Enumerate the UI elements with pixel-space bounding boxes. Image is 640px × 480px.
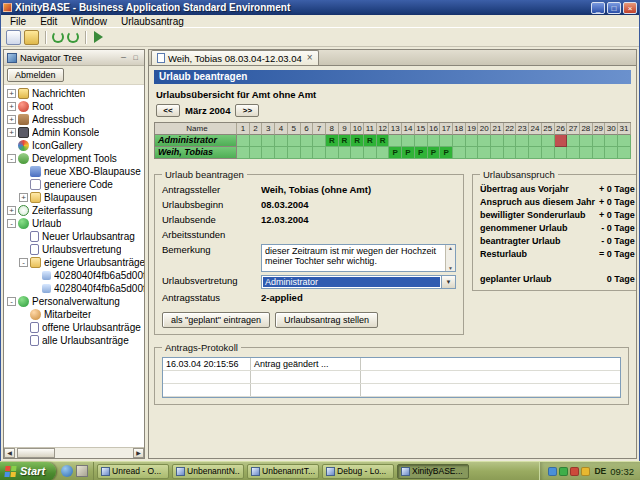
calendar-cell[interactable] xyxy=(301,135,314,147)
tree-collapse-icon[interactable]: - xyxy=(7,297,16,306)
calendar-cell[interactable] xyxy=(567,147,580,159)
plan-button[interactable]: als "geplant" eintragen xyxy=(162,312,270,328)
tree-item-zeiterfassung[interactable]: +Zeiterfassung xyxy=(4,204,144,217)
scroll-down-icon[interactable]: ▼ xyxy=(448,265,453,271)
calendar-cell[interactable] xyxy=(313,135,326,147)
calendar-cell[interactable] xyxy=(516,147,529,159)
calendar-cell[interactable] xyxy=(542,147,555,159)
menu-urlaubsantrag[interactable]: Urlaubsantrag xyxy=(114,15,191,28)
scroll-up-icon[interactable]: ▲ xyxy=(448,245,453,251)
urlaubsbeginn-value[interactable]: 08.03.2004 xyxy=(261,199,456,211)
calendar-cell[interactable] xyxy=(593,135,606,147)
calendar-cell[interactable] xyxy=(466,147,479,159)
calendar-cell[interactable] xyxy=(555,135,568,147)
abmelden-button[interactable]: Abmelden xyxy=(7,68,64,82)
tree-item-mitarbeiter[interactable]: Mitarbeiter xyxy=(4,308,144,321)
calendar-cell[interactable]: R xyxy=(339,135,352,147)
tab-urlaubsantrag[interactable]: Weih, Tobias 08.03.04-12.03.04 × xyxy=(151,50,319,65)
title-bar[interactable]: XinityBASE - Business Application Standa… xyxy=(1,0,639,15)
next-month-button[interactable]: >> xyxy=(235,104,259,117)
calendar-cell[interactable]: P xyxy=(402,147,415,159)
calendar-cell[interactable] xyxy=(580,135,593,147)
calendar-cell[interactable] xyxy=(250,135,263,147)
start-button[interactable]: Start xyxy=(0,462,56,480)
calendar-cell[interactable] xyxy=(377,147,390,159)
calendar-cell[interactable] xyxy=(516,135,529,147)
calendar-cell[interactable] xyxy=(275,147,288,159)
tree-collapse-icon[interactable]: - xyxy=(7,219,16,228)
tree-expand-icon[interactable]: + xyxy=(19,193,28,202)
calendar-cell[interactable] xyxy=(605,147,618,159)
calendar-cell[interactable] xyxy=(364,147,377,159)
calendar-cell[interactable]: R xyxy=(364,135,377,147)
tree-collapse-icon[interactable]: - xyxy=(19,258,28,267)
tab-close-icon[interactable]: × xyxy=(305,53,313,63)
calendar-cell[interactable] xyxy=(301,147,314,159)
taskbar-button-unread-o[interactable]: Unread - O... xyxy=(97,464,169,479)
close-button[interactable]: × xyxy=(623,2,637,14)
update-icon[interactable] xyxy=(581,467,590,476)
maximize-button[interactable]: □ xyxy=(607,2,621,14)
mail-icon[interactable] xyxy=(24,30,39,45)
tree-item-personalverwaltung[interactable]: -Personalverwaltung xyxy=(4,295,144,308)
show-desktop-icon[interactable] xyxy=(76,465,88,477)
tree-item-4028040f4fb6a5d00fb6496[interactable]: 4028040f4fb6a5d00fb6496... xyxy=(4,282,144,295)
network-icon[interactable] xyxy=(559,467,568,476)
minimize-button[interactable]: _ xyxy=(591,2,605,14)
refresh-icon[interactable] xyxy=(52,31,64,43)
view-minimize-icon[interactable]: ─ xyxy=(118,52,129,63)
tree-collapse-icon[interactable]: - xyxy=(7,154,16,163)
calendar-cell[interactable] xyxy=(288,135,301,147)
submit-button[interactable]: Urlaubsantrag stellen xyxy=(275,312,378,328)
urlaubsende-value[interactable]: 12.03.2004 xyxy=(261,214,456,226)
calendar-cell[interactable] xyxy=(453,135,466,147)
calendar-cell[interactable] xyxy=(618,147,631,159)
tree-item-offene-urlaubsantr-ge[interactable]: offene Urlaubsanträge xyxy=(4,321,144,334)
calendar-cell[interactable] xyxy=(326,147,339,159)
taskbar-button-debug-lo[interactable]: Debug - Lo... xyxy=(322,464,394,479)
calendar-cell[interactable]: R xyxy=(326,135,339,147)
calendar-cell[interactable] xyxy=(555,147,568,159)
calendar-cell[interactable] xyxy=(402,135,415,147)
protokoll-row[interactable]: 16.03.04 20:15:56Antrag geändert ... xyxy=(163,358,620,371)
calendar-cell[interactable] xyxy=(491,147,504,159)
calendar-cell[interactable]: P xyxy=(389,147,402,159)
scrollbar-track[interactable] xyxy=(15,448,133,458)
browser-icon[interactable] xyxy=(61,465,73,477)
taskbar-button-xinitybase[interactable]: XinityBASE... xyxy=(397,464,469,479)
menu-file[interactable]: File xyxy=(3,15,33,28)
calendar-cell[interactable] xyxy=(262,135,275,147)
calendar-cell[interactable]: R xyxy=(351,135,364,147)
tree-item-eigene-urlaubsantr-ge[interactable]: -eigene Urlaubsanträge xyxy=(4,256,144,269)
calendar-cell[interactable] xyxy=(529,147,542,159)
calendar-cell[interactable] xyxy=(428,135,441,147)
tree-item-nachrichten[interactable]: +Nachrichten xyxy=(4,87,144,100)
tree-item-4028040f4fb6a5d00fb6496[interactable]: 4028040f4fb6a5d00fb6496... xyxy=(4,269,144,282)
calendar-cell[interactable]: P xyxy=(415,147,428,159)
calendar-cell[interactable] xyxy=(237,135,250,147)
tree-item-urlaub[interactable]: -Urlaub xyxy=(4,217,144,230)
calendar-cell[interactable] xyxy=(440,135,453,147)
tree-item-icongallery[interactable]: IconGallery xyxy=(4,139,144,152)
tree-item-neuer-urlaubsantrag[interactable]: Neuer Urlaubsantrag xyxy=(4,230,144,243)
calendar-cell[interactable] xyxy=(580,147,593,159)
scrollbar-thumb[interactable] xyxy=(17,448,55,458)
tree-item-blaupausen[interactable]: +Blaupausen xyxy=(4,191,144,204)
tree-item-development-tools[interactable]: -Development Tools xyxy=(4,152,144,165)
tree-item-urlaubsvertretung[interactable]: Urlaubsvertretung xyxy=(4,243,144,256)
calendar-cell[interactable] xyxy=(504,147,517,159)
calendar-cell[interactable] xyxy=(275,135,288,147)
prev-month-button[interactable]: << xyxy=(156,104,180,117)
tree-item-alle-urlaubsantr-ge[interactable]: alle Urlaubsanträge xyxy=(4,334,144,347)
calendar-cell[interactable] xyxy=(491,135,504,147)
tree-item-neue-xbo-blaupause[interactable]: neue XBO-Blaupause xyxy=(4,165,144,178)
bemerkung-textarea[interactable]: dieser Zeitraum ist mir wegen der Hochze… xyxy=(261,244,456,272)
calendar-cell[interactable] xyxy=(567,135,580,147)
chevron-down-icon[interactable]: ▼ xyxy=(441,276,455,288)
arbeitsstunden-value[interactable] xyxy=(261,229,456,241)
tree-item-root[interactable]: +Root xyxy=(4,100,144,113)
calendar-cell[interactable] xyxy=(453,147,466,159)
scroll-left-icon[interactable]: ◀ xyxy=(4,448,15,458)
calendar-cell[interactable] xyxy=(504,135,517,147)
run-icon[interactable] xyxy=(94,31,103,43)
